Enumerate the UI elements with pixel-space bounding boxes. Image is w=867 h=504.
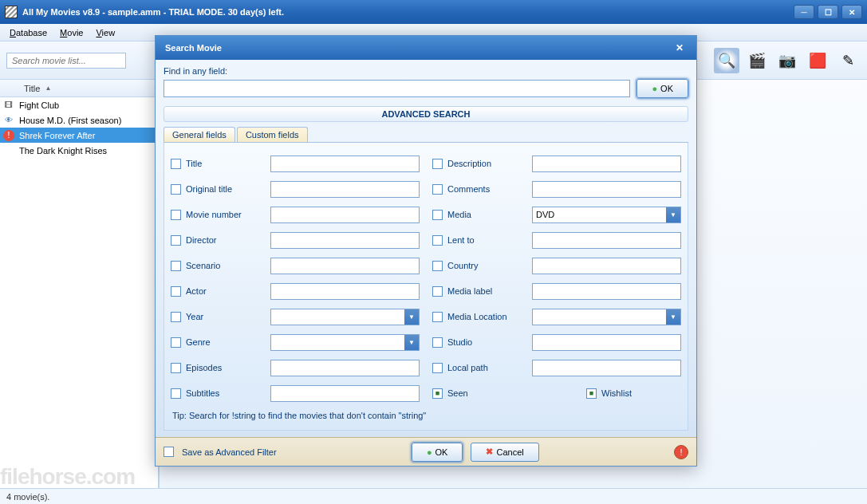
field-label: Country xyxy=(447,261,527,270)
field-input[interactable] xyxy=(270,232,420,249)
field-checkbox[interactable] xyxy=(432,286,443,297)
tab-bar: General fields Custom fields xyxy=(164,127,688,143)
field-input[interactable] xyxy=(532,283,681,300)
list-header-title: Title xyxy=(24,84,40,93)
field-checkbox[interactable] xyxy=(171,363,181,373)
field-input[interactable] xyxy=(270,283,420,300)
tab-general-fields[interactable]: General fields xyxy=(164,127,235,142)
field-checkbox[interactable] xyxy=(432,261,443,271)
field-label: Episodes xyxy=(186,363,266,372)
field-label: Original title xyxy=(186,184,266,194)
dialog-titlebar: Search Movie ✕ xyxy=(156,36,696,60)
field-input[interactable] xyxy=(270,181,420,198)
field-genre: Genre▼ xyxy=(171,329,420,355)
field-media-label: Media label xyxy=(432,278,681,304)
field-input[interactable] xyxy=(532,360,681,376)
field-label: Media label xyxy=(447,286,527,296)
pencil-icon[interactable]: ✎ xyxy=(835,48,861,73)
field-checkbox[interactable] xyxy=(171,210,181,220)
field-checkbox[interactable] xyxy=(171,261,181,271)
field-checkbox[interactable] xyxy=(432,184,443,195)
field-checkbox[interactable] xyxy=(171,184,181,195)
movie-list-pane: Title ▲ 🎞Fight Club👁House M.D. (First se… xyxy=(0,80,160,488)
edit-movie-icon[interactable]: 🎬 xyxy=(744,48,770,73)
field-input[interactable] xyxy=(270,385,420,402)
field-label: Description xyxy=(447,159,527,168)
camera-add-icon[interactable]: 📷 xyxy=(774,48,800,73)
tip-text: Tip: Search for !string to find the movi… xyxy=(171,406,681,422)
field-checkbox[interactable] xyxy=(171,337,181,348)
field-select[interactable]: ▼ xyxy=(532,309,681,325)
field-input[interactable] xyxy=(270,360,420,376)
field-movie-number: Movie number xyxy=(171,202,420,227)
field-input[interactable] xyxy=(532,258,681,274)
field-original-title: Original title xyxy=(171,176,420,202)
dialog-cancel-button[interactable]: ✖ Cancel xyxy=(471,443,538,462)
maximize-button[interactable]: ☐ xyxy=(818,5,838,19)
seen-checkbox[interactable] xyxy=(432,388,443,399)
movie-row[interactable]: 👁House M.D. (First season) xyxy=(0,112,158,128)
field-checkbox[interactable] xyxy=(171,235,181,246)
field-checkbox[interactable] xyxy=(432,235,443,246)
movie-row[interactable]: !Shrek Forever After xyxy=(0,128,158,143)
sort-asc-icon: ▲ xyxy=(45,85,51,92)
menu-view[interactable]: View xyxy=(89,26,121,39)
field-checkbox[interactable] xyxy=(432,312,443,322)
field-input[interactable] xyxy=(270,258,420,274)
app-icon xyxy=(5,6,18,18)
search-icon[interactable]: 🔍 xyxy=(714,48,739,73)
find-label: Find in any field: xyxy=(164,66,688,76)
dialog-ok-button[interactable]: ● OK xyxy=(412,443,463,462)
field-checkbox[interactable] xyxy=(432,363,443,373)
movie-name: House M.D. (First season) xyxy=(19,116,121,125)
tab-custom-fields[interactable]: Custom fields xyxy=(237,127,308,142)
movie-row[interactable]: The Dark Knight Rises xyxy=(0,143,158,158)
field-input[interactable] xyxy=(270,207,420,223)
menu-database[interactable]: Database xyxy=(3,26,53,39)
minimize-button[interactable]: ─ xyxy=(794,5,814,19)
field-director: Director xyxy=(171,227,420,253)
movie-row[interactable]: 🎞Fight Club xyxy=(0,97,158,112)
field-select[interactable]: ▼ xyxy=(270,309,420,325)
alert-icon[interactable]: ! xyxy=(674,445,688,459)
find-ok-button[interactable]: ● OK xyxy=(636,79,688,98)
field-checkbox[interactable] xyxy=(171,286,181,297)
field-actor: Actor xyxy=(171,278,420,304)
field-checkbox[interactable] xyxy=(432,337,443,348)
field-subtitles: Subtitles xyxy=(171,380,420,406)
field-studio: Studio xyxy=(432,329,681,355)
image-add-icon[interactable]: 🟥 xyxy=(805,48,830,73)
chevron-down-icon: ▼ xyxy=(404,309,419,325)
film-icon: 🎞 xyxy=(3,100,14,111)
chevron-down-icon: ▼ xyxy=(666,309,680,325)
field-select[interactable]: DVD▼ xyxy=(532,207,681,223)
watermark: filehorse.com xyxy=(0,464,135,490)
field-input[interactable] xyxy=(270,156,420,172)
field-input[interactable] xyxy=(532,156,681,172)
dialog-close-button[interactable]: ✕ xyxy=(672,41,687,55)
field-checkbox[interactable] xyxy=(432,159,443,169)
field-checkbox[interactable] xyxy=(171,388,181,399)
x-icon: ✖ xyxy=(486,447,493,457)
list-header[interactable]: Title ▲ xyxy=(0,80,158,97)
wishlist-checkbox[interactable] xyxy=(586,388,597,399)
field-input[interactable] xyxy=(532,334,681,351)
seen-label: Seen xyxy=(447,388,527,398)
save-filter-label: Save as Advanced Filter xyxy=(182,447,277,457)
field-select[interactable]: ▼ xyxy=(270,334,420,351)
movie-name: Fight Club xyxy=(19,100,59,110)
window-title: All My Movies v8.9 - sample.amm - TRIAL … xyxy=(22,7,794,17)
menu-movie[interactable]: Movie xyxy=(53,26,89,39)
search-input[interactable] xyxy=(6,53,126,69)
find-input[interactable] xyxy=(164,80,630,97)
field-year: Year▼ xyxy=(171,304,420,329)
field-input[interactable] xyxy=(532,232,681,249)
save-filter-checkbox[interactable] xyxy=(164,447,174,457)
field-checkbox[interactable] xyxy=(171,312,181,322)
field-checkbox[interactable] xyxy=(432,210,443,220)
check-icon: ● xyxy=(652,84,657,93)
close-button[interactable]: ✕ xyxy=(841,5,862,19)
field-checkbox[interactable] xyxy=(171,159,181,169)
field-input[interactable] xyxy=(532,181,681,198)
field-seen: SeenWishlist xyxy=(432,380,681,406)
